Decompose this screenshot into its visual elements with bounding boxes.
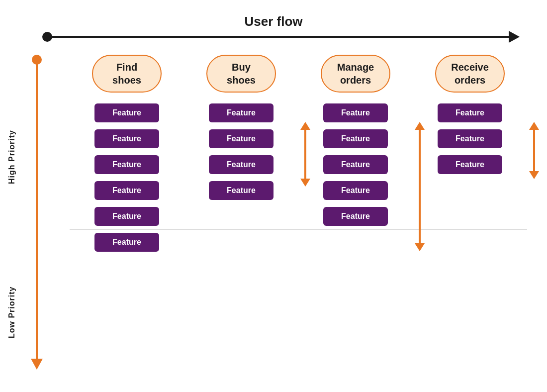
columns-container: Find shoesFeatureFeatureFeatureFeatureFe…: [70, 55, 527, 259]
category-pill-buy-shoes: Buy shoes: [206, 55, 276, 93]
feature-btn-find-shoes-1[interactable]: Feature: [94, 129, 159, 148]
h-arrow-circle: [42, 32, 52, 42]
arrow-indicator-col1: [300, 122, 310, 187]
priority-arrow: [36, 55, 38, 370]
v-arrow-line: [36, 60, 38, 365]
feature-btn-manage-orders-0[interactable]: Feature: [323, 103, 388, 122]
column-find-shoes: Find shoesFeatureFeatureFeatureFeatureFe…: [70, 55, 184, 259]
arrow-indicator-col3: [529, 122, 539, 179]
column-manage-orders: Manage ordersFeatureFeatureFeatureFeatur…: [298, 55, 413, 259]
arrow-line: [419, 130, 421, 243]
category-pill-receive-orders: Receive orders: [435, 55, 505, 93]
arrow-up-head: [529, 122, 539, 130]
h-arrow-head: [509, 31, 520, 43]
arrow-indicator-col2: [415, 122, 425, 251]
feature-btn-manage-orders-3[interactable]: Feature: [323, 181, 388, 200]
feature-btn-find-shoes-2[interactable]: Feature: [94, 155, 159, 174]
arrow-up-head: [300, 122, 310, 130]
category-pill-manage-orders: Manage orders: [321, 55, 390, 93]
category-pill-find-shoes: Find shoes: [92, 55, 162, 93]
feature-btn-receive-orders-0[interactable]: Feature: [438, 103, 502, 122]
arrow-down-head: [415, 243, 425, 251]
feature-btn-buy-shoes-1[interactable]: Feature: [209, 129, 274, 148]
feature-btn-manage-orders-1[interactable]: Feature: [323, 129, 388, 148]
h-arrow-line: [47, 36, 515, 38]
arrow-line: [533, 130, 535, 171]
column-buy-shoes: Buy shoesFeatureFeatureFeatureFeature: [184, 55, 298, 259]
arrow-up-head: [415, 122, 425, 130]
low-priority-label: Low Priority: [7, 239, 16, 338]
v-arrow-head: [31, 359, 43, 370]
feature-btn-manage-orders-2[interactable]: Feature: [323, 155, 388, 174]
high-priority-label: High Priority: [7, 75, 16, 184]
feature-btn-receive-orders-1[interactable]: Feature: [438, 129, 502, 148]
arrow-down-head: [529, 171, 539, 179]
feature-btn-buy-shoes-3[interactable]: Feature: [209, 181, 274, 200]
feature-btn-find-shoes-0[interactable]: Feature: [94, 103, 159, 122]
user-flow-arrow: [42, 36, 520, 38]
feature-btn-find-shoes-3[interactable]: Feature: [94, 181, 159, 200]
feature-btn-find-shoes-4[interactable]: Feature: [94, 207, 159, 226]
feature-btn-buy-shoes-2[interactable]: Feature: [209, 155, 274, 174]
arrow-down-head: [300, 179, 310, 187]
page-title: User flow: [0, 14, 547, 29]
column-receive-orders: Receive ordersFeatureFeatureFeature: [413, 55, 527, 259]
feature-btn-receive-orders-2[interactable]: Feature: [438, 155, 502, 174]
feature-btn-buy-shoes-0[interactable]: Feature: [209, 103, 274, 122]
feature-btn-find-shoes-5[interactable]: Feature: [94, 233, 159, 252]
arrow-line: [304, 130, 306, 179]
feature-btn-manage-orders-4[interactable]: Feature: [323, 207, 388, 226]
